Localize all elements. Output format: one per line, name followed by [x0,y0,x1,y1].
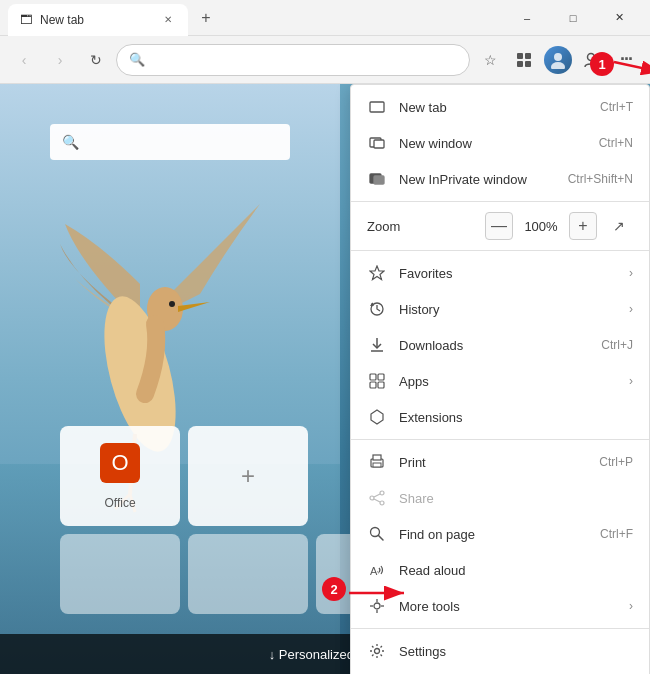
inprivate-label: New InPrivate window [399,172,556,187]
refresh-button[interactable]: ↻ [80,44,112,76]
zoom-row: Zoom — 100% + ↗ [351,206,649,246]
apps-arrow: › [629,374,633,388]
profile-button[interactable] [542,44,574,76]
menu-item-extensions[interactable]: Extensions [351,399,649,435]
apps-menu-icon [367,373,387,389]
office-label: Office [104,496,135,510]
svg-line-41 [374,499,380,502]
favorites-label: Favorites [399,266,613,281]
find-label: Find on page [399,527,588,542]
add-tile[interactable]: + [188,426,308,526]
avatar [544,46,572,74]
zoom-plus-button[interactable]: + [569,212,597,240]
extensions-label: Extensions [399,410,633,425]
svg-rect-29 [370,374,376,380]
office-tile[interactable]: O Office [60,426,180,526]
settings-menu-icon [367,643,387,659]
menu-item-help[interactable]: ? Help and feedback › [351,669,649,674]
empty-tile-2[interactable] [188,534,308,614]
downloads-label: Downloads [399,338,589,353]
menu-item-settings[interactable]: Settings [351,633,649,669]
settings-label: Settings [399,644,633,659]
svg-text:O: O [111,450,128,475]
annotation-2-badge: 2 [322,577,346,601]
address-bar[interactable]: 🔍 [116,44,470,76]
empty-tile-1[interactable] [60,534,180,614]
svg-point-39 [380,501,384,505]
divider-2 [351,250,649,251]
svg-point-13 [169,301,175,307]
svg-marker-24 [370,266,384,280]
zoom-expand-button[interactable]: ↗ [605,212,633,240]
svg-rect-30 [378,374,384,380]
new-window-icon [367,135,387,151]
tab-title: New tab [40,13,84,27]
read-aloud-label: Read aloud [399,563,633,578]
menu-item-history[interactable]: History › [351,291,649,327]
svg-rect-21 [374,140,384,148]
divider-1 [351,201,649,202]
title-bar: 🗔 New tab ✕ + – □ ✕ [0,0,650,36]
svg-rect-23 [374,176,384,184]
divider-4 [351,628,649,629]
menu-item-apps[interactable]: Apps › [351,363,649,399]
print-menu-icon [367,454,387,470]
menu-item-print[interactable]: Print Ctrl+P [351,444,649,480]
menu-item-inprivate[interactable]: New InPrivate window Ctrl+Shift+N [351,161,649,197]
annotation-2-container: 2 [322,577,346,601]
svg-point-4 [554,53,562,61]
nav-bar: ‹ › ↻ 🔍 ☆ [0,36,650,84]
find-shortcut: Ctrl+F [600,527,633,541]
minimize-button[interactable]: – [504,0,550,36]
menu-item-new-window[interactable]: New window Ctrl+N [351,125,649,161]
search-box[interactable]: 🔍 [50,124,290,160]
annotation-2-arrow-svg [344,579,414,609]
new-tab-button[interactable]: + [192,4,220,32]
address-input[interactable] [153,52,457,67]
close-button[interactable]: ✕ [596,0,642,36]
active-tab[interactable]: 🗔 New tab ✕ [8,4,188,36]
inprivate-shortcut: Ctrl+Shift+N [568,172,633,186]
svg-marker-33 [371,410,383,424]
window-controls: – □ ✕ [504,0,642,36]
menu-item-new-tab[interactable]: New tab Ctrl+T [351,89,649,125]
restore-button[interactable]: □ [550,0,596,36]
divider-3 [351,439,649,440]
favorites-menu-icon [367,265,387,281]
svg-point-5 [551,62,565,69]
menu-item-find[interactable]: Find on page Ctrl+F [351,516,649,552]
downloads-menu-icon [367,337,387,353]
collections-icon-button[interactable] [508,44,540,76]
history-arrow: › [629,302,633,316]
svg-rect-32 [378,382,384,388]
apps-label: Apps [399,374,613,389]
svg-point-51 [375,649,380,654]
inprivate-icon [367,171,387,187]
favorites-icon-button[interactable]: ☆ [474,44,506,76]
tab-close-button[interactable]: ✕ [160,12,176,28]
svg-rect-35 [373,455,381,460]
read-aloud-menu-icon: Aᵥ [367,562,387,578]
menu-item-downloads[interactable]: Downloads Ctrl+J [351,327,649,363]
back-button[interactable]: ‹ [8,44,40,76]
search-box-icon: 🔍 [62,134,79,150]
extensions-menu-icon [367,409,387,425]
svg-rect-2 [517,61,523,67]
svg-rect-19 [370,102,384,112]
new-window-label: New window [399,136,587,151]
svg-line-43 [379,536,384,541]
annotation-1-container: 1 [590,52,614,76]
svg-rect-36 [373,463,381,467]
svg-rect-1 [525,53,531,59]
new-window-shortcut: Ctrl+N [599,136,633,150]
share-label: Share [399,491,633,506]
history-menu-icon [367,301,387,317]
new-tab-icon [367,99,387,115]
tab-favicon: 🗔 [20,13,32,27]
favorites-arrow: › [629,266,633,280]
print-shortcut: Ctrl+P [599,455,633,469]
office-icon: O [100,443,140,490]
zoom-minus-button[interactable]: — [485,212,513,240]
forward-button[interactable]: › [44,44,76,76]
menu-item-favorites[interactable]: Favorites › [351,255,649,291]
